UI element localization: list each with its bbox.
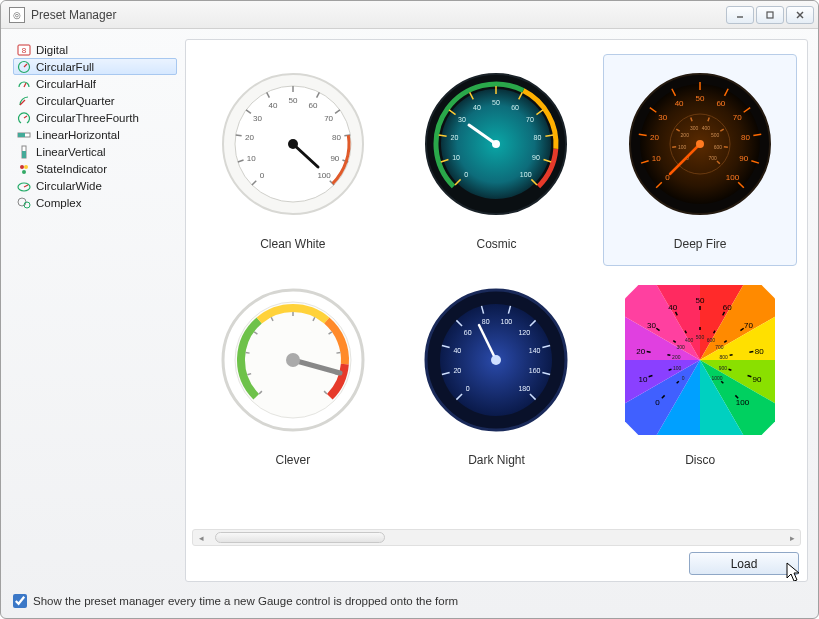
- preset-item-cosmic[interactable]: 0102030405060708090100 Cosmic: [400, 54, 594, 266]
- svg-text:300: 300: [677, 344, 686, 350]
- svg-line-156: [647, 352, 651, 353]
- gauge-thumbnail: 0102030405060708090100010020030040050060…: [615, 275, 785, 445]
- svg-text:50: 50: [696, 94, 705, 103]
- svg-text:100: 100: [678, 144, 687, 150]
- preset-label: Disco: [685, 453, 715, 477]
- svg-text:100: 100: [726, 173, 740, 182]
- sidebar-item-linearvertical[interactable]: LinearVertical: [13, 143, 177, 160]
- sidebar-item-circularthreefourth[interactable]: CircularThreeFourth: [13, 109, 177, 126]
- svg-point-16: [24, 165, 28, 169]
- preset-item-disco[interactable]: 0102030405060708090100010020030040050060…: [603, 270, 797, 482]
- load-button[interactable]: Load: [689, 552, 799, 575]
- svg-text:40: 40: [268, 101, 277, 110]
- svg-point-113: [696, 140, 704, 148]
- maximize-button[interactable]: [756, 6, 784, 24]
- gauge-thumbnail: 020406080100120140160180: [411, 275, 581, 445]
- svg-text:10: 10: [453, 154, 461, 161]
- svg-text:80: 80: [741, 133, 750, 142]
- svg-rect-1: [767, 12, 773, 18]
- svg-text:100: 100: [673, 365, 682, 371]
- app-icon: ◎: [9, 7, 25, 23]
- svg-line-124: [336, 352, 340, 353]
- svg-text:20: 20: [650, 133, 659, 142]
- svg-text:40: 40: [675, 99, 684, 108]
- sidebar-item-circularwide[interactable]: CircularWide: [13, 177, 177, 194]
- preset-gallery-panel: 0102030405060708090100 Clean White: [185, 39, 808, 582]
- svg-rect-14: [22, 151, 26, 158]
- svg-point-15: [20, 165, 24, 169]
- gauge-thumbnail: 0102030405060708090100 01002003004005006…: [615, 59, 785, 229]
- window-title: Preset Manager: [31, 8, 726, 22]
- sidebar-item-stateindicator[interactable]: StateIndicator: [13, 160, 177, 177]
- preset-item-deep-fire[interactable]: 0102030405060708090100 01002003004005006…: [603, 54, 797, 266]
- svg-text:160: 160: [529, 367, 541, 374]
- svg-text:600: 600: [714, 144, 723, 150]
- gallery-horizontal-scrollbar[interactable]: ◂ ▸: [192, 529, 801, 546]
- svg-text:90: 90: [753, 375, 762, 384]
- close-button[interactable]: [786, 6, 814, 24]
- svg-text:500: 500: [696, 334, 705, 340]
- minimize-button[interactable]: [726, 6, 754, 24]
- svg-text:20: 20: [451, 134, 459, 141]
- state-indicator-icon: [17, 162, 31, 176]
- scrollbar-thumb[interactable]: [215, 532, 385, 543]
- svg-text:50: 50: [493, 99, 501, 106]
- sidebar-item-digital[interactable]: 8 Digital: [13, 41, 177, 58]
- gauge-thumbnail: [208, 275, 378, 445]
- preset-item-dark-night[interactable]: 020406080100120140160180 Dark Night: [400, 270, 594, 482]
- svg-text:600: 600: [707, 337, 716, 343]
- svg-text:0: 0: [656, 398, 661, 407]
- svg-text:40: 40: [668, 303, 677, 312]
- svg-line-19: [24, 185, 28, 187]
- svg-text:50: 50: [696, 296, 705, 305]
- sidebar-item-label: CircularFull: [36, 61, 94, 73]
- svg-text:80: 80: [332, 133, 341, 142]
- svg-text:30: 30: [253, 114, 262, 123]
- svg-line-10: [24, 116, 27, 118]
- sidebar-item-linearhorizontal[interactable]: LinearHorizontal: [13, 126, 177, 143]
- svg-text:80: 80: [755, 347, 764, 356]
- svg-text:50: 50: [288, 96, 297, 105]
- svg-text:500: 500: [711, 132, 720, 138]
- sidebar-item-circularhalf[interactable]: CircularHalf: [13, 75, 177, 92]
- svg-point-17: [22, 170, 26, 174]
- sidebar-item-complex[interactable]: Complex: [13, 194, 177, 211]
- svg-text:10: 10: [247, 154, 256, 163]
- svg-line-28: [236, 135, 242, 136]
- digital-icon: 8: [17, 43, 31, 57]
- preset-item-clever[interactable]: Clever: [196, 270, 390, 482]
- preset-label: Dark Night: [468, 453, 525, 477]
- sidebar-item-label: Digital: [36, 44, 68, 56]
- scroll-right-icon[interactable]: ▸: [784, 530, 800, 545]
- svg-text:120: 120: [519, 329, 531, 336]
- circular-threefourth-icon: [17, 111, 31, 125]
- sidebar-item-circularfull[interactable]: CircularFull: [13, 58, 177, 75]
- show-on-drop-label[interactable]: Show the preset manager every time a new…: [33, 595, 458, 607]
- svg-text:20: 20: [636, 347, 645, 356]
- svg-rect-12: [18, 133, 25, 137]
- svg-text:200: 200: [672, 354, 681, 360]
- svg-point-71: [492, 140, 500, 148]
- svg-text:700: 700: [709, 155, 718, 161]
- sidebar-item-label: CircularQuarter: [36, 95, 115, 107]
- svg-text:0: 0: [259, 171, 264, 180]
- sidebar-item-label: CircularHalf: [36, 78, 96, 90]
- scroll-left-icon[interactable]: ◂: [193, 530, 209, 545]
- svg-text:70: 70: [527, 116, 535, 123]
- preset-label: Deep Fire: [674, 237, 727, 261]
- svg-point-20: [18, 198, 26, 206]
- preset-label: Cosmic: [476, 237, 516, 261]
- content-area: 8 Digital CircularFull CircularHalf Circ…: [1, 29, 818, 588]
- svg-text:800: 800: [720, 354, 729, 360]
- preset-item-clean-white[interactable]: 0102030405060708090100 Clean White: [196, 54, 390, 266]
- svg-text:100: 100: [520, 171, 532, 178]
- circular-half-icon: [17, 77, 31, 91]
- sidebar-item-circularquarter[interactable]: CircularQuarter: [13, 92, 177, 109]
- svg-text:300: 300: [690, 125, 699, 131]
- sidebar-item-label: LinearVertical: [36, 146, 106, 158]
- svg-text:20: 20: [454, 367, 462, 374]
- svg-text:70: 70: [744, 321, 753, 330]
- svg-text:100: 100: [317, 171, 331, 180]
- show-on-drop-checkbox[interactable]: [13, 594, 27, 608]
- sidebar-item-label: StateIndicator: [36, 163, 107, 175]
